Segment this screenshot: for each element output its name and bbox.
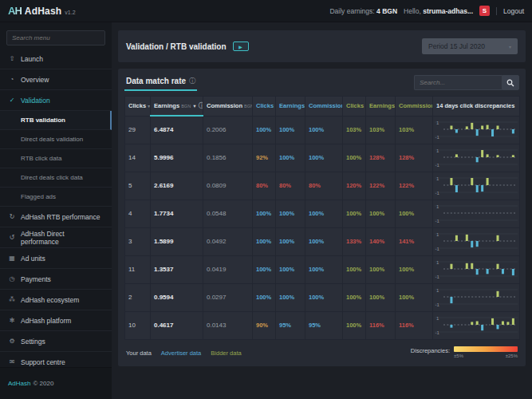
- sidebar-item-adhash-ecosystem[interactable]: ⁂AdHash ecosystem: [0, 290, 112, 310]
- discrepancy-sparkline: 1-1: [435, 313, 518, 337]
- breadcrumb-panel: Validation / RTB validation ▶ Period 15 …: [118, 30, 526, 62]
- sidebar-item-label: Ad units: [21, 255, 45, 263]
- info-icon[interactable]: ⓘ: [189, 77, 195, 85]
- cell-your-earnings: 6.4874: [151, 116, 203, 144]
- column-header-advertiser-clicks[interactable]: Clicks: [253, 97, 276, 117]
- period-selector[interactable]: Period 15 Jul 2020 ▾: [422, 38, 518, 54]
- column-header-your-earnings[interactable]: Earnings BGN ▼ ⓘ: [151, 97, 203, 117]
- cell-discrepancy-chart: 1-1: [433, 116, 520, 144]
- sidebar-item-payments[interactable]: ◷Payments: [0, 269, 112, 290]
- avatar[interactable]: S: [479, 6, 490, 16]
- cell-advertiser-earnings: 95%: [276, 311, 305, 339]
- table-row: 31.58990.0492100%100%100%133%140%141%1-1: [125, 227, 520, 255]
- cell-bidder-earnings: 100%: [366, 200, 396, 227]
- overview-icon: ◔: [8, 76, 16, 83]
- column-header-your-clicks[interactable]: Clicks ▾: [125, 97, 151, 117]
- cell-bidder-clicks: 100%: [343, 283, 366, 311]
- discrepancy-sparkline: 1-1: [435, 173, 518, 197]
- sidebar-item-adhash-platform[interactable]: ✻AdHash platform: [0, 310, 112, 331]
- brand-logo[interactable]: AH AdHash v1.2: [0, 5, 112, 17]
- platform-icon: ✻: [8, 317, 16, 324]
- sidebar-item-direct-deals-click-data[interactable]: Direct deals click data: [0, 168, 112, 188]
- discrepancy-sparkline: 1-1: [435, 201, 518, 225]
- cell-advertiser-clicks: 100%: [253, 116, 276, 144]
- cell-bidder-clicks: 100%: [343, 255, 366, 283]
- sidebar-search-input[interactable]: [6, 30, 105, 45]
- cell-advertiser-clicks: 100%: [253, 283, 276, 311]
- cell-your-clicks: 11: [125, 255, 151, 283]
- cell-your-clicks: 14: [125, 144, 151, 172]
- table-row: 145.99960.185692%100%100%100%128%128%1-1: [125, 144, 520, 172]
- logout-button[interactable]: Logout: [496, 7, 524, 15]
- username: struma-adhas...: [423, 7, 473, 15]
- info-icon[interactable]: ⓘ: [199, 102, 203, 109]
- cell-your-commission: 0.0548: [203, 200, 253, 227]
- column-header-bidder-clicks[interactable]: Clicks: [343, 97, 366, 117]
- column-header-your-commission[interactable]: Commission BGN ▾: [203, 97, 253, 117]
- sidebar-footer: AdHash © 2020: [0, 367, 112, 399]
- legend-your-data[interactable]: Your data: [126, 350, 152, 357]
- svg-text:-1: -1: [435, 302, 440, 306]
- cell-bidder-clicks: 120%: [343, 172, 366, 200]
- sidebar-item-label: AdHash platform: [21, 317, 71, 325]
- cell-your-earnings: 0.9594: [151, 283, 203, 311]
- svg-text:1: 1: [436, 315, 439, 320]
- cell-advertiser-clicks: 92%: [253, 144, 276, 172]
- discrepancies-label: Discrepancies:: [411, 346, 450, 354]
- sidebar-item-label: Flagged ads: [21, 193, 56, 200]
- sidebar-item-settings[interactable]: ⚙Settings: [0, 331, 112, 352]
- data-source-legend: Your data Advertiser data Bidder data: [126, 346, 242, 357]
- cell-bidder-commission: 141%: [396, 227, 433, 255]
- legend-advertiser-data[interactable]: Advertiser data: [161, 350, 201, 357]
- cell-advertiser-clicks: 100%: [253, 227, 276, 255]
- cell-bidder-earnings: 100%: [366, 255, 396, 283]
- cell-your-commission: 0.1856: [203, 144, 253, 172]
- sidebar-item-adhash-rtb-performance[interactable]: ↻AdHash RTB performance: [0, 207, 112, 227]
- svg-text:-1: -1: [435, 162, 440, 167]
- svg-text:-1: -1: [435, 246, 440, 251]
- sidebar-item-rtb-validation[interactable]: RTB validation: [0, 111, 112, 130]
- data-match-rate-table: Clicks ▾ Earnings BGN ▼ ⓘ Commission BGN…: [124, 96, 520, 340]
- cell-advertiser-earnings: 100%: [276, 283, 305, 311]
- sidebar-item-flagged-ads[interactable]: Flagged ads: [0, 188, 112, 207]
- ad-units-icon: ▦: [8, 255, 16, 262]
- sort-icon: ▾: [148, 104, 150, 109]
- daily-earnings-value: 4 BGN: [376, 7, 397, 15]
- sidebar-item-overview[interactable]: ◔Overview: [0, 69, 112, 90]
- sidebar-item-rtb-click-data[interactable]: RTB click data: [0, 149, 112, 168]
- column-header-advertiser-earnings[interactable]: Earnings: [276, 97, 305, 117]
- legend-bidder-data[interactable]: Bidder data: [211, 350, 241, 357]
- cell-bidder-clicks: 100%: [343, 311, 366, 339]
- column-header-bidder-earnings[interactable]: Earnings: [366, 97, 396, 117]
- cell-advertiser-clicks: 80%: [253, 172, 276, 200]
- sidebar-item-launch[interactable]: ⇧Launch: [0, 49, 112, 69]
- cell-bidder-commission: 122%: [396, 172, 433, 200]
- table-row: 41.77340.0548100%100%100%100%100%100%1-1: [125, 200, 520, 227]
- discrepancy-sparkline: 1-1: [435, 285, 518, 309]
- sidebar-item-label: Overview: [21, 76, 49, 84]
- column-header-bidder-commission[interactable]: Commission: [396, 97, 433, 117]
- column-header-discrepancies: 14 days click discrepancies: [433, 97, 520, 117]
- cell-bidder-commission: 100%: [396, 200, 433, 227]
- search-icon[interactable]: [502, 75, 519, 90]
- play-button[interactable]: ▶: [233, 41, 249, 51]
- cell-bidder-clicks: 100%: [343, 144, 366, 172]
- svg-text:1: 1: [436, 120, 439, 124]
- table-footer: Your data Advertiser data Bidder data Di…: [124, 346, 519, 360]
- sidebar-item-label: Direct deals click data: [21, 174, 83, 181]
- sidebar-item-direct-deals-validation[interactable]: Direct deals validation: [0, 130, 112, 149]
- cell-your-earnings: 1.3537: [151, 255, 203, 283]
- column-header-advertiser-commission[interactable]: Commission: [305, 97, 343, 117]
- sidebar-item-support-centre[interactable]: ✉Support centre: [0, 352, 112, 367]
- cell-your-commission: 0.0492: [203, 227, 253, 255]
- sidebar-item-label: RTB validation: [21, 117, 65, 124]
- table-row: 296.48740.2006100%100%100%103%103%103%1-…: [125, 116, 520, 144]
- sidebar-item-ad-units[interactable]: ▦Ad units: [0, 248, 112, 269]
- footer-brand: AdHash: [8, 380, 30, 387]
- sidebar-item-validation[interactable]: ✓Validation: [0, 90, 112, 111]
- table-search-input[interactable]: [414, 75, 502, 90]
- sidebar-item-adhash-direct-performance[interactable]: ↺AdHash Direct performance: [0, 227, 112, 248]
- cell-discrepancy-chart: 1-1: [433, 172, 520, 200]
- cell-advertiser-commission: 100%: [305, 283, 343, 311]
- greeting-label: Hello,: [404, 7, 421, 15]
